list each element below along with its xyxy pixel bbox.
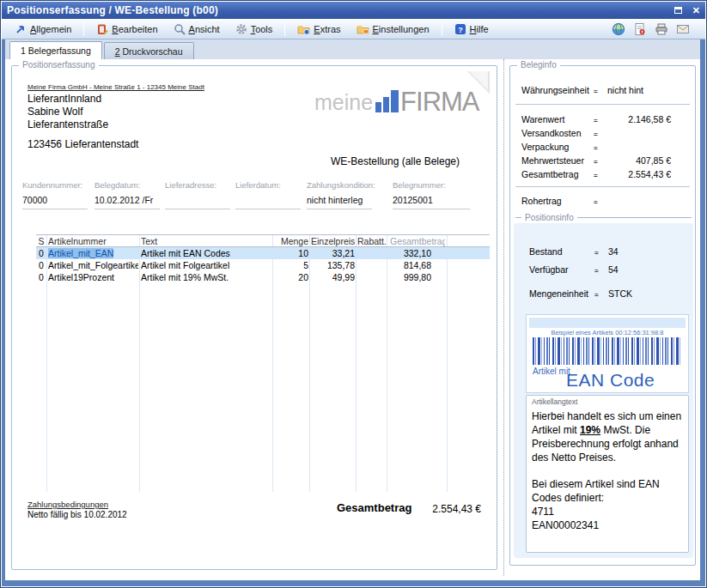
tab-druckvorschau[interactable]: 2 Druckvorschau (104, 42, 194, 59)
cell-gesamtbetrag: 814,68 (380, 260, 431, 270)
mail-icon[interactable] (676, 22, 690, 36)
ean-text-line2: EAN Code (566, 370, 655, 391)
tab-label: 2 Druckvorschau (115, 46, 183, 57)
field-value[interactable]: 20125001 (393, 195, 433, 205)
equals-symbol: = (594, 172, 607, 179)
title-bar: Positionserfassung / WE-Bestellung (b00)… (2, 2, 705, 19)
tab-strip: 1 Belegerfassung 2 Druckvorschau (5, 39, 700, 59)
col-header-artikelnummer: Artikelnummer (48, 236, 138, 246)
cell-einzelpreis: 49,99 (311, 272, 355, 282)
artikellangtext-body: Hierbei handelt es sich um einen Artikel… (532, 409, 685, 532)
cell-artikelnummer: Artikel_mit_Folgeartikel (48, 260, 138, 270)
field-belegdatum: Belegdatum: 10.02.2012 /Fr (94, 180, 162, 190)
restore-icon[interactable] (673, 5, 684, 16)
logo-word-2: FIRMA (400, 91, 478, 113)
logo-word-1: meine (314, 92, 373, 113)
positionsinfo-panel: Bestand = 34 Verfügbar = 54 Mengeneinhei… (514, 223, 693, 558)
field-underline (307, 209, 372, 209)
edit-notebook-icon (96, 23, 108, 35)
sender-line: Meine Firma GmbH - Meine Straße 1 - 1234… (27, 83, 204, 91)
field-lieferdatum: Lieferdatum: (235, 180, 302, 190)
cell-gesamtbetrag: 332,10 (380, 248, 431, 258)
artikellangtext-box[interactable]: Artikellangtext Hierbei handelt es sich … (526, 395, 689, 553)
field-label: Lieferadresse: (165, 180, 232, 190)
folder-extras-icon (297, 23, 310, 35)
address-line: LieferantInnland (27, 93, 101, 105)
info-row-gesamtbetrag: Gesamtbetrag = 2.554,43 € (521, 169, 688, 179)
menu-tools[interactable]: Tools (229, 21, 279, 37)
field-underline (235, 209, 301, 209)
col-header-s: S (36, 236, 46, 246)
cell-gesamtbetrag: 999,80 (380, 272, 431, 282)
table-row[interactable]: 0 Artikel_mit_Folgeartikel Artikel mit F… (36, 259, 490, 271)
panel-legend: Positionserfassung (19, 60, 99, 70)
beleginfo-panel: Beleginfo Währungseinheit = nicht hint W… (509, 65, 696, 566)
equals-symbol: = (594, 117, 607, 124)
positions-table: S Artikelnummer Text Menge Einzelpreis R… (36, 234, 490, 492)
close-icon[interactable]: ✕ (692, 5, 700, 16)
cell-einzelpreis: 33,21 (311, 248, 355, 258)
content-area: Positionserfassung Meine Firma GmbH - Me… (5, 59, 700, 580)
address-line: Lieferantenstraße (27, 118, 108, 130)
menu-ansicht[interactable]: Ansicht (168, 21, 226, 37)
cell-s: 0 (36, 272, 46, 282)
langtext-paragraph: Hierbei handelt es sich um einen Artikel… (532, 409, 685, 464)
globe-icon[interactable] (612, 22, 625, 36)
field-kundennummer: Kundennummer: 70000 (22, 180, 89, 190)
menu-einstellungen[interactable]: Einstellungen (350, 21, 436, 37)
help-icon: ? (454, 23, 466, 35)
info-row-mehrwertsteuer: Mehrwertsteuer = 407,85 € (521, 155, 688, 166)
menu-hilfe[interactable]: ? Hilfe (448, 21, 495, 37)
tab-label: 1 Belegerfassung (21, 45, 91, 56)
equals-symbol: = (594, 158, 607, 166)
menu-bearbeiten[interactable]: Bearbeiten (90, 21, 163, 37)
zahlungsbedingungen-link[interactable]: Zahlungsbedingungen (27, 500, 108, 509)
page-corner-fold (467, 71, 490, 94)
info-label: Währungseinheit (521, 85, 594, 95)
cell-s: 0 (36, 248, 46, 258)
field-label: Zahlungskondition: (307, 180, 374, 190)
printer-icon[interactable] (655, 22, 668, 36)
logo-bars-icon (375, 90, 399, 112)
info-value: nicht hint (607, 85, 643, 95)
info-row-warenwert: Warenwert = 2.146,58 € (521, 114, 688, 124)
equals-symbol: = (594, 267, 608, 275)
info-row-bestand: Bestand = 34 (529, 246, 688, 257)
menu-extras[interactable]: Extras (291, 21, 346, 37)
info-label: Warenwert (521, 114, 594, 124)
equals-symbol: = (594, 88, 607, 95)
field-label: Kundennummer: (22, 180, 89, 190)
info-label: Gesamtbetrag (521, 169, 594, 179)
window-frame (700, 39, 705, 586)
menu-allgemein[interactable]: Allgemein (9, 21, 77, 37)
menu-label: Ansicht (189, 24, 220, 34)
table-row[interactable]: 0 Artikel19Prozent Artikel mit 19% MwSt.… (36, 271, 490, 283)
field-value[interactable]: 70000 (22, 195, 47, 205)
menu-label: Bearbeiten (112, 24, 157, 34)
menu-separator (442, 22, 442, 36)
field-zahlungskondition: Zahlungskondition: nicht hinterleg (307, 180, 374, 190)
info-label: Verfügbar (529, 264, 594, 275)
langtext-code: EAN00002341 (532, 518, 685, 532)
cell-artikelnummer-selected: Artikel_mit_EAN (48, 248, 113, 258)
ean-image-header-bar (529, 318, 686, 328)
field-value[interactable]: 10.02.2012 /Fr (94, 195, 153, 205)
info-value: 407,85 € (607, 155, 688, 166)
tab-belegerfassung[interactable]: 1 Belegerfassung (9, 41, 102, 59)
artikellangtext-label: Artikellangtext (532, 397, 577, 406)
table-row[interactable]: 0 Artikel_mit_EAN Artikel mit EAN Codes … (36, 247, 490, 259)
field-value[interactable]: nicht hinterleg (307, 195, 363, 205)
equals-symbol: = (594, 198, 607, 206)
equals-symbol: = (594, 291, 608, 299)
cell-text: Artikel mit Folgeartikel (141, 260, 271, 270)
field-underline (393, 209, 470, 209)
menu-separator (284, 22, 285, 36)
table-header: S Artikelnummer Text Menge Einzelpreis R… (36, 234, 490, 247)
restore-glyph (674, 7, 682, 14)
info-row-verfuegbar: Verfügbar = 54 (529, 264, 688, 275)
arrow-up-right-icon (15, 23, 27, 35)
divider (515, 186, 690, 187)
col-header-rabatt: Rabatt. (357, 236, 386, 246)
document-info-icon[interactable] (633, 22, 647, 36)
col-header-gesamtbetrag: Gesamtbetrag (390, 236, 445, 246)
